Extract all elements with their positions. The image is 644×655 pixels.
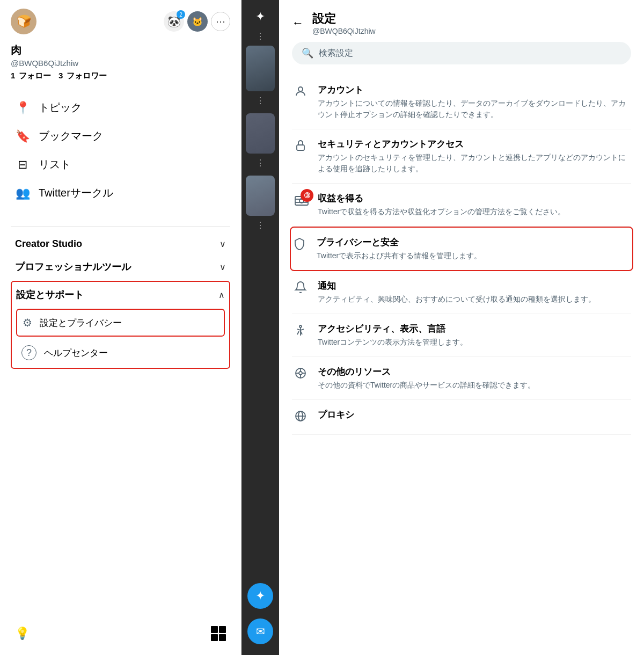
security-text: セキュリティとアカウントアクセス アカウントのセキュリティを管理したり、アカウン… (318, 138, 629, 174)
monetize-title: 収益を得る (318, 192, 565, 205)
circles-label: Twitterサークル (39, 186, 113, 200)
monetize-icon-wrapper: ③ (294, 193, 309, 212)
settings-item-proxy[interactable]: プロキシ (292, 400, 631, 435)
left-panel: 🍞 🐼 2 🐱 ⋯ 肉 @BWQB6QiJtzhiw 1 フォロー 3 フォロワ… (0, 0, 241, 655)
notifications-desc: アクティビティ、興味関心、おすすめについて受け取る通知の種類を選択します。 (318, 294, 596, 305)
settings-support-section: 設定とサポート ∧ ⚙ 設定とプライバシー ? ヘルプセンター (11, 281, 230, 369)
monetize-badge: ③ (301, 189, 313, 202)
security-title: セキュリティとアカウントアクセス (318, 138, 629, 150)
resources-title: その他のリソース (318, 366, 535, 378)
circles-icon: 👥 (15, 186, 30, 200)
security-desc: アカウントのセキュリティを管理したり、アカウントと連携したアプリなどのアカウント… (318, 152, 629, 174)
middle-dots-4: ⋮ (256, 220, 265, 230)
settings-item-accessibility[interactable]: アクセシビリティ、表示、言語 Twitterコンテンツの表示方法を管理します。 (292, 314, 631, 357)
back-button[interactable]: ← (292, 16, 304, 30)
creator-studio-header[interactable]: Creator Studio ∨ (11, 233, 230, 255)
search-icon: 🔍 (302, 47, 313, 59)
avatar-cat[interactable]: 🐱 (187, 11, 208, 32)
middle-dots-3: ⋮ (256, 158, 265, 168)
avatar-wrapper: 🍞 (11, 9, 36, 34)
account-desc: アカウントについての情報を確認したり、データのアーカイブをダウンロードしたり、ア… (318, 98, 629, 120)
sidebar-item-bookmarks[interactable]: 🔖 ブックマーク (11, 122, 230, 150)
bookmarks-icon: 🔖 (15, 129, 30, 143)
resources-text: その他のリソース その他の資料でTwitterの商品やサービスの詳細を確認できま… (318, 366, 535, 391)
thumbnail-2[interactable] (246, 113, 275, 154)
follower-label: フォロワー (67, 71, 107, 80)
profile-stats: 1 フォロー 3 フォロワー (11, 71, 230, 81)
topics-icon: 📍 (15, 101, 30, 115)
creator-studio-label: Creator Studio (15, 238, 82, 250)
resources-icon (294, 367, 309, 383)
notification-badge: 2 (177, 10, 185, 19)
sidebar-item-topics[interactable]: 📍 トピック (11, 94, 230, 121)
search-settings-bar[interactable]: 🔍 検索設定 (292, 42, 631, 64)
account-text: アカウント アカウントについての情報を確認したり、データのアーカイブをダウンロー… (318, 84, 629, 120)
accessibility-title: アクセシビリティ、表示、言語 (318, 323, 467, 335)
mail-button[interactable]: ✉ (247, 618, 273, 644)
accessibility-icon (294, 324, 309, 340)
compose-button[interactable]: ✦ (247, 583, 273, 609)
settings-support-chevron: ∧ (218, 290, 225, 300)
follow-label: フォロー (19, 71, 51, 80)
help-label: ヘルプセンター (44, 347, 108, 359)
account-icon (294, 85, 309, 101)
resources-desc: その他の資料でTwitterの商品やサービスの詳細を確認できます。 (318, 380, 535, 391)
accessibility-text: アクセシビリティ、表示、言語 Twitterコンテンツの表示方法を管理します。 (318, 323, 467, 348)
notifications-title: 通知 (318, 280, 596, 292)
settings-item-resources[interactable]: その他のリソース その他の資料でTwitterの商品やサービスの詳細を確認できま… (292, 357, 631, 400)
lists-label: リスト (39, 157, 71, 172)
settings-privacy-icon: ⚙ (23, 316, 32, 329)
settings-title: 設定 (312, 11, 376, 27)
more-options-button[interactable]: ⋯ (211, 12, 230, 31)
proxy-title: プロキシ (318, 409, 354, 421)
sidebar-item-lists[interactable]: ⊟ リスト (11, 151, 230, 178)
settings-support-header[interactable]: 設定とサポート ∧ (12, 283, 229, 307)
qr-icon-group (211, 626, 226, 641)
right-panel: ← 設定 @BWQB6QiJtzhiw 🔍 検索設定 アカウント アカウントにつ… (279, 0, 644, 655)
thumbnail-1[interactable] (246, 46, 275, 91)
sidebar-item-help[interactable]: ? ヘルプセンター (12, 339, 229, 367)
security-icon (294, 139, 309, 155)
settings-item-notifications[interactable]: 通知 アクティビティ、興味関心、おすすめについて受け取る通知の種類を選択します。 (292, 271, 631, 314)
follow-count: 1 (11, 71, 15, 80)
settings-privacy-highlighted: ⚙ 設定とプライバシー (16, 309, 225, 337)
svg-point-6 (299, 325, 302, 328)
monetize-text: 収益を得る Twitterで収益を得る方法や収益化オプションの管理方法をご覧くだ… (318, 192, 565, 217)
accessibility-desc: Twitterコンテンツの表示方法を管理します。 (318, 337, 467, 348)
sidebar-item-settings-privacy[interactable]: ⚙ 設定とプライバシー (17, 310, 224, 336)
profile-handle: @BWQB6QiJtzhiw (11, 59, 230, 68)
svg-point-0 (298, 87, 303, 91)
thumbnail-3[interactable] (246, 176, 275, 216)
notifications-text: 通知 アクティビティ、興味関心、おすすめについて受け取る通知の種類を選択します。 (318, 280, 596, 305)
topics-label: トピック (39, 100, 82, 115)
settings-item-privacy[interactable]: プライバシーと安全 Twitterで表示および共有する情報を管理します。 (290, 227, 633, 271)
settings-item-monetize[interactable]: ③ 収益を得る Twitterで収益を得る方法や収益化オプションの管理方法をご覧… (292, 184, 631, 227)
avatar-main[interactable]: 🍞 (11, 9, 36, 34)
lightbulb-icon[interactable]: 💡 (15, 627, 30, 641)
professional-tools-header[interactable]: プロフェッショナルツール ∨ (11, 255, 230, 279)
sparkle-icon[interactable]: ✦ (252, 6, 268, 27)
sidebar-item-circles[interactable]: 👥 Twitterサークル (11, 179, 230, 207)
lists-icon: ⊟ (15, 158, 30, 172)
settings-support-label: 設定とサポート (16, 288, 84, 301)
privacy-title: プライバシーと安全 (317, 236, 481, 249)
svg-point-8 (299, 372, 302, 375)
bookmarks-label: ブックマーク (39, 129, 103, 143)
avatar-group: 🐼 2 🐱 ⋯ (164, 11, 230, 32)
settings-item-security[interactable]: セキュリティとアカウントアクセス アカウントのセキュリティを管理したり、アカウン… (292, 129, 631, 184)
bottom-bar: 💡 (11, 621, 230, 646)
profile-name: 肉 (11, 43, 230, 57)
settings-list: アカウント アカウントについての情報を確認したり、データのアーカイブをダウンロー… (292, 75, 631, 435)
qr-icon[interactable] (211, 626, 226, 641)
professional-tools-label: プロフェッショナルツール (15, 260, 131, 273)
settings-item-account[interactable]: アカウント アカウントについての情報を確認したり、データのアーカイブをダウンロー… (292, 75, 631, 129)
settings-handle: @BWQB6QiJtzhiw (312, 27, 376, 35)
middle-dots: ⋮ (256, 31, 265, 41)
svg-rect-1 (297, 145, 304, 150)
profile-top: 🍞 🐼 2 🐱 ⋯ (11, 9, 230, 34)
divider-1 (11, 226, 230, 227)
notifications-icon (294, 281, 309, 297)
account-title: アカウント (318, 84, 629, 96)
professional-tools-chevron: ∨ (219, 262, 226, 272)
help-icon: ? (21, 345, 36, 360)
